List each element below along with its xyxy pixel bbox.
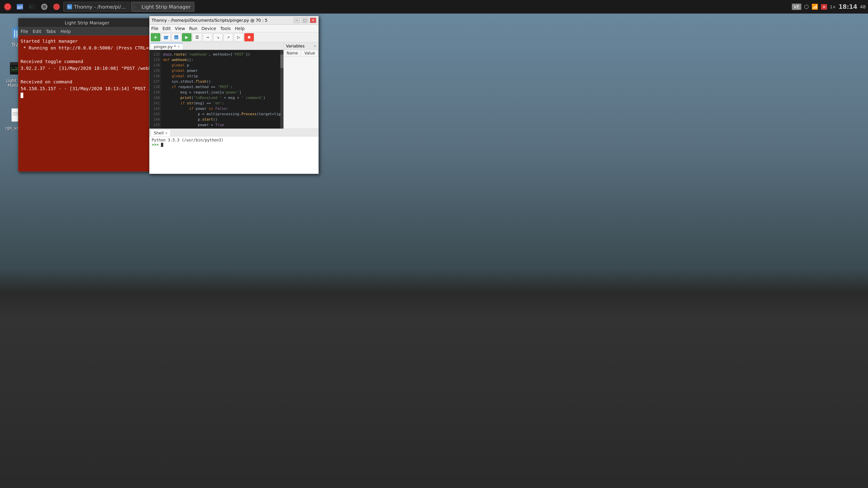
- window-controls: − □ ✕: [293, 18, 316, 23]
- taskbar-files-icon[interactable]: [14, 1, 25, 12]
- shell-prompt: >>>: [152, 142, 159, 147]
- terminal-line-0: Started light manager: [21, 38, 153, 44]
- terminal-line-5: [21, 72, 153, 78]
- menu-view[interactable]: View: [175, 26, 185, 31]
- code-line-136: global strip: [163, 73, 278, 79]
- code-content: @app.route('/webhook', methods=['POST'])…: [161, 50, 280, 129]
- lsm-menu-edit[interactable]: Edit: [33, 29, 41, 34]
- lsm-menu-help[interactable]: Help: [60, 29, 71, 34]
- taskbar-thonny-btn[interactable]: Py Thonny - /home/pi/...: [63, 2, 129, 12]
- code-line-141: if str(msg) == 'on':: [163, 101, 278, 106]
- terminal-line-6: Received on command: [21, 78, 153, 85]
- code-line-135: global power: [163, 68, 278, 73]
- svg-rect-12: [44, 4, 45, 5]
- menu-help[interactable]: Help: [235, 26, 245, 31]
- run-button[interactable]: ▶: [182, 33, 191, 41]
- taskbar-bluetooth-icon: ⬡: [804, 4, 809, 10]
- variables-tab-close[interactable]: ✕: [313, 44, 316, 48]
- terminal-cursor-line: [21, 92, 153, 99]
- taskbar-ve-indicator: VE: [792, 4, 801, 10]
- shell-cursor: [161, 143, 163, 147]
- save-file-button[interactable]: [172, 33, 181, 41]
- svg-text:>_: >_: [29, 5, 33, 8]
- code-line-133: def webhook():: [163, 57, 278, 63]
- lsm-window: Light Strip Manager File Edit Tabs Help …: [18, 18, 156, 172]
- editor-area: pinger.py * ✕ 132133134 135136137 138139…: [149, 42, 283, 129]
- resume-button[interactable]: ▷: [234, 33, 243, 41]
- new-file-button[interactable]: +: [151, 33, 160, 41]
- stop-button[interactable]: ⏹: [244, 33, 254, 41]
- tab-close-icon[interactable]: ✕: [178, 45, 180, 48]
- taskbar-battery: 48: [860, 4, 866, 9]
- terminal-line-3: Received toggle command: [21, 58, 153, 65]
- svg-text:Py: Py: [68, 5, 71, 8]
- shell-tab-close[interactable]: ✕: [165, 131, 168, 135]
- thonny-body: pinger.py * ✕ 132133134 135136137 138139…: [149, 42, 318, 174]
- taskbar-system-tray: VE ⬡ 📶 ✕ 1× 18:14 48: [792, 3, 866, 10]
- taskbar-config-icon[interactable]: [39, 1, 50, 12]
- variables-header: Name Value: [284, 50, 318, 57]
- shell-content: Python 3.5.3 (/usr/bin/python3) >>>: [149, 136, 318, 174]
- svg-point-11: [42, 5, 46, 8]
- close-button[interactable]: ✕: [310, 18, 316, 23]
- svg-point-2: [6, 6, 9, 8]
- code-line-137: sys.stdout.flush(): [163, 79, 278, 84]
- lsm-title: Light Strip Manager: [65, 20, 109, 26]
- debug-button[interactable]: ☰: [192, 33, 202, 41]
- shell-python-version: Python 3.5.3 (/usr/bin/python3): [152, 138, 316, 142]
- editor-tabs: pinger.py * ✕: [149, 42, 283, 50]
- terminal-line-4: 3.92.2.37 - - [31/May/2020 18:10:08] "PO…: [21, 65, 153, 72]
- maximize-button[interactable]: □: [302, 18, 308, 23]
- terminal-line-7: 54.158.15.157 - - [31/May/2020 18:13:14]…: [21, 85, 153, 92]
- svg-rect-43: [175, 35, 178, 37]
- svg-rect-39: [13, 115, 18, 116]
- thonny-menubar: File Edit View Run Device Tools Help: [149, 25, 318, 32]
- thonny-titlebar: Thonny - /home/pi/Documents/Scripts/ping…: [149, 16, 318, 25]
- menu-file[interactable]: File: [151, 26, 158, 31]
- svg-rect-4: [17, 4, 20, 5]
- lsm-terminal-content: Started light manager * Running on http:…: [18, 35, 156, 171]
- variables-col-name: Name: [284, 50, 301, 56]
- shell-tab-label: Shell: [154, 131, 164, 135]
- taskbar-browser-icon[interactable]: [51, 1, 62, 12]
- taskbar-app-menu-icon[interactable]: [2, 1, 13, 12]
- menu-tools[interactable]: Tools: [220, 26, 231, 31]
- editor-tab-pinger[interactable]: pinger.py * ✕: [151, 43, 183, 50]
- terminal-line-2: [21, 51, 153, 58]
- terminal-line-1: * Running on http://0.0.0.0:5000/ (Press…: [21, 44, 153, 51]
- taskbar-lsm-btn[interactable]: >_ Light Strip Manager: [131, 2, 194, 12]
- line-numbers: 132133134 135136137 138139140 141142143 …: [149, 50, 161, 129]
- minimize-button[interactable]: −: [293, 18, 300, 23]
- shell-tab[interactable]: Shell ✕: [151, 129, 170, 136]
- step-over-button[interactable]: →: [203, 33, 212, 41]
- variables-tab[interactable]: Variables ✕: [284, 42, 318, 50]
- step-into-button[interactable]: ↘: [213, 33, 223, 41]
- menu-edit[interactable]: Edit: [162, 26, 171, 31]
- lsm-menu-tabs[interactable]: Tabs: [46, 29, 56, 34]
- shell-tabs: Shell ✕: [149, 129, 318, 136]
- lsm-menu-file[interactable]: File: [21, 29, 28, 34]
- code-line-145: power = True: [163, 122, 278, 128]
- lsm-titlebar: Light Strip Manager: [18, 18, 156, 27]
- thonny-toolbar: + ▶ ☰ → ↘ ↗ ▷ ⏹: [149, 32, 318, 42]
- taskbar-wifi-icon: 📶: [811, 4, 818, 10]
- shell-prompt-line: >>>: [152, 142, 316, 147]
- step-out-button[interactable]: ↗: [223, 33, 233, 41]
- svg-text:>_: >_: [135, 6, 138, 8]
- code-line-134: global p: [163, 63, 278, 68]
- svg-rect-6: [18, 7, 22, 8]
- taskbar-terminal-icon[interactable]: >_: [27, 1, 37, 12]
- taskbar-screen-indicator: 1×: [830, 4, 836, 9]
- taskbar-time: 18:14: [839, 3, 857, 10]
- code-editor[interactable]: 132133134 135136137 138139140 141142143 …: [149, 50, 283, 129]
- shell-panel: Shell ✕ Python 3.5.3 (/usr/bin/python3) …: [149, 129, 318, 174]
- svg-rect-5: [18, 6, 22, 7]
- code-line-143: p = multiprocessing.Process(target=light…: [163, 111, 278, 117]
- open-file-button[interactable]: [161, 33, 170, 41]
- variables-col-value: Value: [301, 50, 318, 56]
- code-line-144: p.start(): [163, 117, 278, 122]
- editor-scrollbar[interactable]: [280, 50, 283, 129]
- menu-run[interactable]: Run: [189, 26, 197, 31]
- menu-device[interactable]: Device: [202, 26, 216, 31]
- svg-rect-44: [175, 37, 178, 39]
